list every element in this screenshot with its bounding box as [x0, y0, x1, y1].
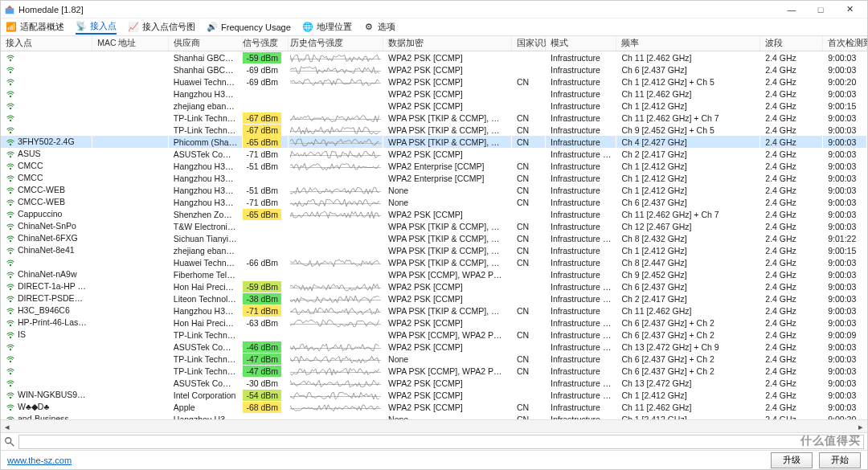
table-row[interactable]: H3C_B946C6Hangzhou H3C Technolog…-71 dBm…	[1, 304, 867, 317]
table-row[interactable]: ChinaNet-8e41zhejiang ebang Communic…WPA…	[1, 244, 867, 256]
table-row[interactable]: ASUSASUSTek Computer Inc.-71 dBmWPA2 PSK…	[1, 148, 867, 160]
cell-signal: -67 dBm	[243, 112, 289, 124]
tab-options[interactable]: ⚙选项	[363, 21, 395, 33]
col-mac[interactable]: MAC 地址	[92, 36, 169, 51]
col-ap[interactable]: 接入点	[1, 36, 92, 51]
cell-encryption: None	[383, 413, 512, 419]
table-row[interactable]: CMCCHangzhou H3C Technolog…-51 dBmWPA2 E…	[1, 160, 867, 172]
update-button[interactable]: 升级	[771, 452, 813, 468]
tab-access-points[interactable]: 📡接入点	[76, 20, 117, 35]
table-row[interactable]: ASUSTek Computer Inc.-30 dBmWPA2 PSK [CC…	[1, 377, 867, 389]
table-row[interactable]: and-BusinessHangzhou H3C Technolog…NoneC…	[1, 413, 867, 419]
tab-location[interactable]: 🌐地理位置	[302, 21, 352, 33]
col-mode[interactable]: 模式	[546, 36, 616, 51]
wifi-icon	[6, 366, 15, 376]
table-row[interactable]: HP-Print-46-LaserJet Pro MFPHon Hai Prec…	[1, 317, 867, 329]
table-row[interactable]: ISTP-Link Technologies Co…WPA PSK [CCMP]…	[1, 329, 867, 341]
cell-freq: Ch 4 [2.427 GHz]	[616, 136, 760, 148]
table-row[interactable]: W♣◆D♣Apple-68 dBmWPA2 PSK [CCMP]CNInfras…	[1, 401, 867, 413]
cell-vendor: Hangzhou H3C Technolog…	[168, 88, 243, 100]
footer-link[interactable]: www.the-sz.com	[7, 456, 72, 465]
horizontal-scrollbar[interactable]: ◂ ▸	[1, 419, 867, 432]
scroll-left-button[interactable]: ◂	[1, 420, 14, 433]
cell-freq: Ch 11 [2.462 GHz]	[616, 88, 760, 100]
cell-mac	[92, 317, 169, 329]
filter-input[interactable]	[18, 435, 864, 449]
table-row[interactable]: DIRECT-PSDESKTOP-AA1QMS…Liteon Technolog…	[1, 292, 867, 304]
cell-country: CN	[512, 232, 546, 244]
table-row[interactable]: ASUSTek Computer Inc.-46 dBmWPA2 PSK [CC…	[1, 341, 867, 353]
col-freq[interactable]: 频率	[616, 36, 760, 51]
cell-history	[289, 304, 383, 317]
cell-signal: -47 dBm	[243, 353, 289, 365]
cell-seen: 9:00:03	[823, 353, 867, 365]
cell-band: 2.4 GHz	[760, 172, 823, 184]
cell-country: CN	[512, 220, 546, 232]
cell-seen: 9:00:03	[823, 365, 867, 377]
col-encryption[interactable]: 数据加密	[383, 36, 512, 51]
cell-mac	[92, 377, 169, 389]
table-row[interactable]: ChinaNet-6FXGSichuan Tianyi Comheart…WPA…	[1, 232, 867, 244]
svg-point-15	[10, 228, 11, 230]
cell-mac	[92, 88, 169, 100]
minimize-button[interactable]: —	[777, 2, 806, 18]
col-history[interactable]: 历史信号强度	[289, 36, 383, 51]
table-row[interactable]: ChinaNet-nA9wFiberhome Telecommunica…WPA…	[1, 268, 867, 280]
cell-history	[289, 280, 383, 292]
cell-freq: Ch 8 [2.432 GHz]	[616, 232, 760, 244]
table-row[interactable]: DIRECT-1a-HP M277 LaserJetHon Hai Precis…	[1, 280, 867, 292]
table-row[interactable]: zhejiang ebang Communic…WPA2 PSK [CCMP]I…	[1, 100, 867, 112]
table-row[interactable]: Hangzhou H3C Technolog…WPA2 PSK [CCMP]In…	[1, 88, 867, 100]
table-row[interactable]: CMCC-WEBHangzhou H3C Technolog…-51 dBmNo…	[1, 184, 867, 196]
table-row[interactable]: TP-Link Technologies Co…-47 dBmNoneCNInf…	[1, 353, 867, 365]
cell-seen: 9:00:15	[823, 100, 867, 112]
grid[interactable]: 接入点 MAC 地址 供应商 信号强度 历史信号强度 数据加密 国家识别 模式 …	[1, 36, 867, 419]
table-row[interactable]: Shanhai GBCOM Communi…-59 dBmWPA2 PSK [C…	[1, 51, 867, 64]
cell-vendor: TP-Link Technologies Co…	[168, 112, 243, 124]
table-row[interactable]: TP-Link Technologies Co…-67 dBmWPA PSK […	[1, 112, 867, 124]
table-row[interactable]: Huawei Technologies Co…-69 dBmWPA2 PSK […	[1, 76, 867, 88]
table-row[interactable]: Huawei Technologies Co…-66 dBmWPA PSK [T…	[1, 256, 867, 268]
cell-freq: Ch 6 [2.437 GHz]	[616, 63, 760, 76]
cell-encryption: WPA PSK [TKIP & CCMP], WPA2 PSK [TKIP & …	[383, 220, 512, 232]
cell-ap	[1, 112, 92, 124]
tab-adapters[interactable]: 📶适配器概述	[6, 21, 64, 33]
col-country[interactable]: 国家识别	[512, 36, 546, 51]
table-row[interactable]: WIN-NGKBUS99940H 8693Intel Corporation-5…	[1, 389, 867, 401]
tab-signal-graph[interactable]: 📈接入点信号图	[128, 21, 195, 33]
tab-frequency-usage[interactable]: 🔊Frequency Usage	[207, 22, 291, 33]
close-button[interactable]: ✕	[835, 2, 864, 18]
col-vendor[interactable]: 供应商	[168, 36, 243, 51]
cell-ap: W♣◆D♣	[1, 401, 92, 413]
cell-encryption: WPA PSK [CCMP], WPA2 PSK [CCMP]	[383, 268, 512, 280]
cell-encryption: WPA2 PSK [CCMP]	[383, 208, 512, 220]
cell-signal: -63 dBm	[243, 317, 289, 329]
table-row[interactable]: CappuccinoShenzhen Zowee Technol…-65 dBm…	[1, 208, 867, 220]
col-first-seen[interactable]: 首次检测到	[823, 36, 867, 51]
start-button[interactable]: 开始	[819, 452, 861, 468]
cell-country	[512, 268, 546, 280]
maximize-button[interactable]: □	[806, 2, 835, 18]
cell-signal: -69 dBm	[243, 63, 289, 76]
cell-ap: DIRECT-PSDESKTOP-AA1QMS…	[1, 292, 92, 304]
cell-band: 2.4 GHz	[760, 160, 823, 172]
scroll-right-button[interactable]: ▸	[854, 420, 867, 433]
table-row[interactable]: TP-Link Technologies Co…-47 dBmWPA PSK […	[1, 365, 867, 377]
cell-mode: Infrastructure	[546, 353, 616, 365]
column-headers[interactable]: 接入点 MAC 地址 供应商 信号强度 历史信号强度 数据加密 国家识别 模式 …	[1, 36, 867, 51]
table-row[interactable]: CMCC-WEBHangzhou H3C Technolog…-71 dBmNo…	[1, 196, 867, 208]
freq-icon: 🔊	[207, 22, 218, 33]
cell-country: CN	[512, 413, 546, 419]
cell-signal: -59 dBm	[243, 280, 289, 292]
col-band[interactable]: 波段	[760, 36, 823, 51]
table-row[interactable]: CMCCHangzhou H3C Technolog…WPA2 Enterpri…	[1, 172, 867, 184]
cell-encryption: WPA2 PSK [CCMP]	[383, 88, 512, 100]
cell-freq: Ch 1 [2.412 GHz] + Ch 5	[616, 76, 760, 88]
table-row[interactable]: TP-Link Technologies Co…-67 dBmWPA PSK […	[1, 124, 867, 136]
col-signal[interactable]: 信号强度	[243, 36, 289, 51]
table-row[interactable]: Shanhai GBCOM Communi…-69 dBmWPA2 PSK [C…	[1, 63, 867, 76]
cell-vendor: Hangzhou H3C Technolog…	[168, 196, 243, 208]
cell-encryption: WPA2 PSK [CCMP]	[383, 100, 512, 112]
table-row[interactable]: 3FHY502-2.4GPhicomm (Shanghai) Co. Ltd-6…	[1, 136, 867, 148]
table-row[interactable]: ChinaNet-SnPoT&W Electronics CompanyWPA …	[1, 220, 867, 232]
